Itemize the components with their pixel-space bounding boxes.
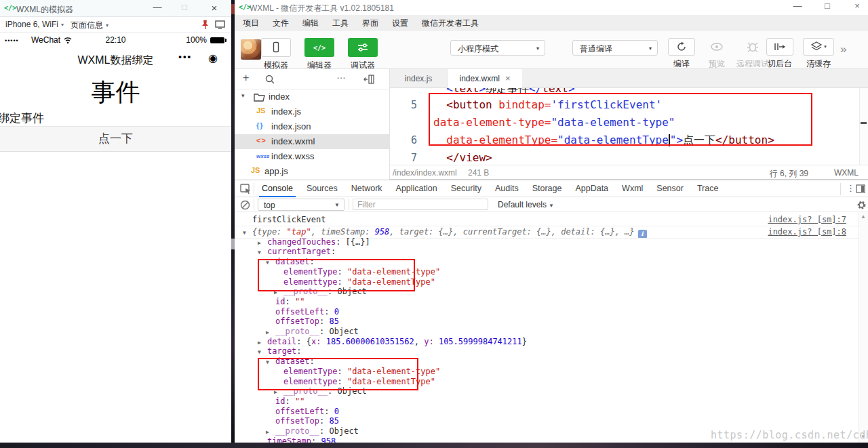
simulator-app-icon: </> [4,4,16,12]
devtools-tab-network[interactable]: Network [344,180,389,198]
inspect-element-icon[interactable] [240,184,252,195]
minimize-button[interactable]: — [148,2,167,15]
file-app.js[interactable]: JSapp.js [235,164,390,179]
compile-button[interactable]: 编译 [663,38,701,70]
menu-bar: 项目文件编辑工具界面设置微信开发者工具 [235,15,868,30]
file-index.json[interactable]: { }index.json [235,119,390,134]
devtools-tab-sources[interactable]: Sources [300,180,344,198]
file-index.wxml[interactable]: < >index.wxml [235,134,390,149]
devtools-tab-audits[interactable]: Audits [488,180,526,198]
console-row: ▼target: [235,346,859,357]
eye-icon [710,42,724,52]
execution-context-select[interactable]: top▼ [258,199,344,211]
layers-icon [810,41,823,52]
debug-panel-icon [357,43,369,52]
console-output[interactable]: firstClickEventindex.js? [sm]:7▼{type: "… [235,212,868,443]
menu-文件[interactable]: 文件 [266,15,296,29]
section-label: 绑定事件 [0,110,44,126]
file-name: app.js [264,166,288,176]
console-scrollbar[interactable] [859,212,868,443]
file-index.js[interactable]: JSindex.js [235,104,390,119]
devtools-tab-appdata[interactable]: AppData [568,180,615,198]
scroll-up-icon[interactable]: ▲ [861,213,866,220]
tab-index-js[interactable]: index.js [390,69,448,88]
ide-titlebar: </> WXML - 微信开发者工具 v1.02.1805181 — □ × [235,0,868,15]
language-mode: WXML [834,168,859,178]
collapse-arrow[interactable]: ▾ [241,92,245,99]
simulator-toggle-button[interactable]: 模拟器 [254,38,298,71]
json-file-icon: { } [256,121,262,129]
switch-background-button[interactable]: 切后台 [762,38,797,70]
collapse-panel-icon[interactable] [363,74,375,85]
menu-微信开发者工具[interactable]: 微信开发者工具 [415,15,486,29]
file-name: index.js [271,106,301,117]
menu-编辑[interactable]: 编辑 [296,15,326,29]
tab-index-wxml[interactable]: index.wxml× [448,69,522,89]
log-levels-select[interactable]: Default levels▼ [498,200,554,209]
toolbar-overflow-icon[interactable]: » [840,43,845,56]
close-tab-icon[interactable]: × [505,73,511,83]
devtools-tab-security[interactable]: Security [444,180,488,198]
menu-项目[interactable]: 项目 [236,15,266,29]
editor-toggle-button[interactable]: </> 编辑器 [298,38,341,71]
console-source-link[interactable]: index.js? [sm]:8 [768,227,846,237]
menu-工具[interactable]: 工具 [326,15,355,29]
maximize-button[interactable]: □ [818,1,837,14]
console-source-link[interactable]: index.js? [sm]:7 [768,215,846,225]
chevron-down-icon: ▾ [824,44,827,49]
folder-name: index [269,91,290,102]
devtools-tab-wxml[interactable]: Wxml [615,180,650,198]
devtools-tab-sensor[interactable]: Sensor [650,180,690,198]
preview-button[interactable]: 预览 [701,38,733,70]
file-name: index.wxss [271,151,315,161]
console-row: ▼currentTarget: [235,247,859,257]
monitor-icon[interactable] [215,20,225,29]
device-selector[interactable]: iPhone 6, WiFi▾ [5,20,64,29]
menu-设置[interactable]: 设置 [385,15,415,29]
dock-side-icon[interactable] [856,184,865,193]
desktop-wallpaper-strip [0,443,868,448]
devtools-tab-console[interactable]: Console [255,180,300,198]
screen: </> WXML的模拟器 — □ × iPhone 6, WiFi▾ 页面信息▾… [0,0,868,448]
console-row: offsetTop: 85 [235,416,859,426]
menu-界面[interactable]: 界面 [355,15,385,29]
clear-console-icon[interactable] [240,200,250,210]
close-button[interactable]: × [848,1,867,14]
wxss-file-icon: wxss [256,153,270,159]
more-options-icon[interactable]: … [336,70,347,81]
settings-gear-icon[interactable] [856,200,867,210]
console-row: ▼{type: "tap", timeStamp: 958, target: {… [235,227,859,237]
more-menu-icon[interactable]: ••• [178,52,192,62]
close-button[interactable]: × [205,2,224,15]
maximize-button[interactable]: □ [175,2,194,15]
page-info-selector[interactable]: 页面信息▾ [71,20,108,31]
file-explorer: + … ▾ index JSindex.js{ }ind [235,69,390,180]
devtools-tab-application[interactable]: Application [389,180,444,198]
clear-cache-button[interactable]: ▾ 清缓存 [800,38,837,70]
devtools-ide-window: </> WXML - 微信开发者工具 v1.02.1805181 — □ × 项… [235,0,868,443]
devtools-tab-trace[interactable]: Trace [690,180,726,198]
tap-me-button[interactable]: 点一下 [0,126,231,152]
page-heading: 事件 [0,76,231,109]
folder-icon [254,92,265,102]
file-index.wxss[interactable]: wxssindex.wxss [235,149,390,164]
capsule-close-icon[interactable]: ◉ [208,52,218,64]
minimize-button[interactable]: — [788,1,807,14]
line-number: 5 [390,96,417,114]
editor-scrollbar[interactable] [859,88,868,165]
file-tree: ▾ index JSindex.js{ }index.json< >index.… [235,89,390,179]
cursor-position: 行 6, 列 39 [770,168,808,180]
compile-mode-select[interactable]: 普通编译▾ [572,40,658,56]
console-filter-input[interactable] [353,199,488,210]
pin-icon[interactable] [201,20,210,30]
simulator-window-title: WXML的模拟器 [16,4,73,16]
devtools-tab-storage[interactable]: Storage [526,180,569,198]
folder-index[interactable]: ▾ index [235,89,390,104]
add-file-icon[interactable]: + [243,72,249,84]
console-row: ▶changedTouches: [{…}] [235,237,859,247]
devtools-menu-icon[interactable]: ⋮ [846,183,855,193]
debugger-toggle-button[interactable]: 调试器 [341,38,384,71]
search-icon[interactable] [264,74,275,85]
scroll-position-marker [861,122,867,124]
mode-select[interactable]: 小程序模式▾ [450,40,545,56]
